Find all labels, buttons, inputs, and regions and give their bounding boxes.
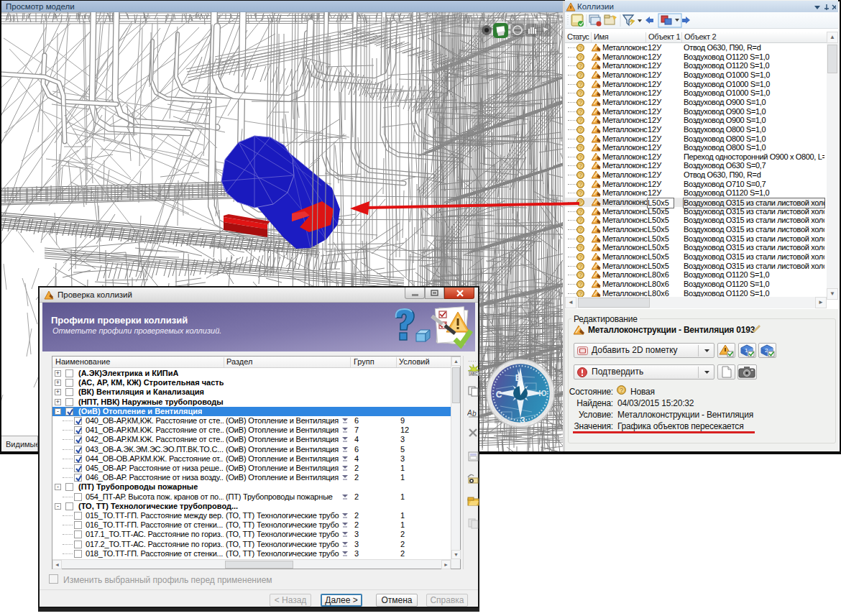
svg-text:?: ? — [579, 245, 582, 252]
svg-text:?: ? — [579, 163, 582, 170]
svg-text:?: ? — [579, 290, 582, 297]
svg-text:1: 1 — [745, 347, 748, 354]
svg-text:ABC: ABC — [470, 372, 478, 376]
svg-text:З: З — [520, 415, 525, 426]
svg-text:?: ? — [579, 272, 582, 279]
svg-text:?: ? — [579, 263, 582, 270]
svg-text:?: ? — [579, 190, 582, 197]
svg-text:?: ? — [579, 91, 582, 97]
svg-text:В: В — [515, 373, 522, 383]
svg-text:?: ? — [579, 72, 582, 78]
svg-text:?: ? — [579, 218, 582, 224]
svg-text:2: 2 — [765, 347, 768, 354]
svg-text:?: ? — [579, 99, 582, 106]
svg-text:С: С — [496, 390, 502, 400]
svg-text:?: ? — [579, 236, 582, 242]
svg-text:?: ? — [579, 254, 582, 260]
svg-text:?: ? — [579, 208, 582, 215]
svg-text:?: ? — [579, 199, 582, 206]
svg-text:b: b — [472, 410, 477, 418]
svg-text:?: ? — [579, 127, 582, 133]
svg-text:?: ? — [579, 81, 582, 88]
svg-text:?: ? — [579, 109, 582, 115]
svg-text:?: ? — [579, 154, 582, 160]
svg-text:?: ? — [579, 172, 582, 178]
svg-text:?: ? — [579, 54, 582, 60]
svg-text:?: ? — [579, 136, 582, 142]
svg-text:A: A — [467, 409, 472, 417]
svg-text:?: ? — [620, 387, 623, 394]
svg-text:?: ? — [579, 63, 582, 70]
svg-text:Ю: Ю — [538, 389, 546, 397]
svg-text:?: ? — [579, 45, 582, 51]
svg-text:?: ? — [579, 281, 582, 288]
svg-text:?: ? — [579, 226, 582, 233]
svg-text:?: ? — [579, 145, 582, 152]
svg-text:?: ? — [579, 181, 582, 188]
svg-text:?: ? — [579, 118, 582, 124]
